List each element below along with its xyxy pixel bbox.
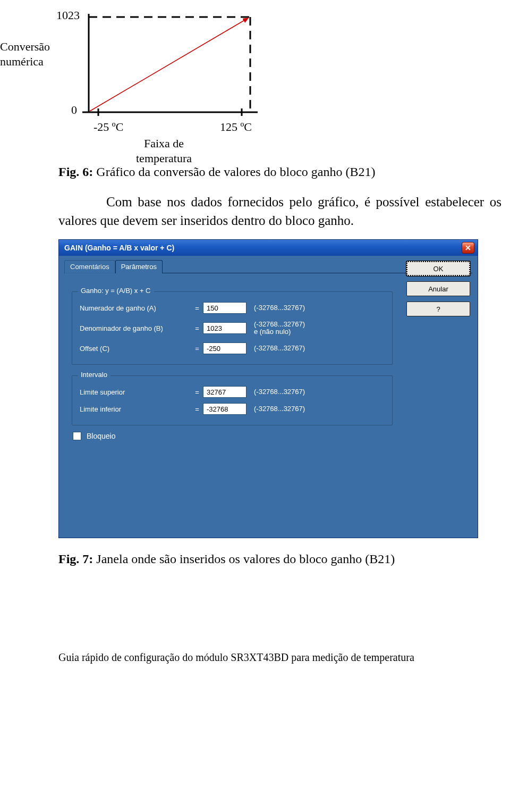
input-denominador[interactable]	[203, 322, 246, 334]
close-button[interactable]: ✕	[462, 242, 474, 254]
figure-7-caption: Fig. 7: Janela onde são inseridos os val…	[58, 552, 510, 566]
input-limite-inferior[interactable]	[203, 403, 246, 415]
group-ganho-legend: Ganho: y = (A/B) x + C	[78, 287, 154, 295]
input-numerador[interactable]	[203, 302, 246, 314]
close-icon: ✕	[465, 244, 471, 252]
svg-line-6	[90, 18, 248, 111]
help-button[interactable]: ?	[406, 302, 470, 316]
row-limite-superior: Limite superior = (-32768...32767)	[80, 383, 385, 400]
hint-limite-inferior: (-32768...32767)	[254, 405, 305, 413]
chart-x-max: 125 ºC	[220, 120, 252, 134]
label-bloqueio: Bloqueio	[87, 432, 116, 440]
row-offset: Offset (C) = (-32768...32767)	[80, 340, 385, 357]
hint-limite-superior: (-32768...32767)	[254, 388, 305, 396]
label-offset: Offset (C)	[80, 345, 191, 353]
tab-comentarios[interactable]: Comentários	[64, 260, 115, 273]
body-paragraph: Com base nos dados fornecidos pelo gráfi…	[0, 193, 510, 230]
figure-6-text: Gráfico da conversão de valores do bloco…	[93, 165, 375, 179]
cancel-button[interactable]: Anular	[406, 281, 470, 296]
figure-6-prefix: Fig. 6:	[58, 165, 93, 179]
dialog-titlebar: GAIN (Ganho = A/B x valor + C) ✕	[59, 240, 478, 256]
paragraph-text: Com base nos dados fornecidos pelo gráfi…	[58, 195, 502, 228]
ok-button[interactable]: OK	[406, 261, 470, 276]
group-intervalo: Intervalo Limite superior = (-32768...32…	[72, 375, 393, 425]
row-denominador: Denominador de ganho (B) = (-32768...327…	[80, 316, 385, 340]
input-offset[interactable]	[203, 342, 246, 354]
group-intervalo-legend: Intervalo	[78, 371, 110, 379]
tab-parametros[interactable]: Parâmetros	[115, 260, 163, 273]
y-axis-line1: Conversão	[0, 40, 50, 53]
chart-y-axis-label: Conversão numérica	[0, 39, 50, 69]
page-footer: Guia rápido de configuração do módulo SR…	[0, 651, 510, 675]
eq-sign: =	[191, 345, 203, 353]
chart-y-max: 1023	[56, 9, 80, 22]
hint-denominador: (-32768...32767) e (não nulo)	[254, 321, 305, 336]
group-ganho: Ganho: y = (A/B) x + C Numerador de ganh…	[72, 291, 393, 365]
chart-x-axis-label: Faixa de temperatura	[136, 136, 192, 165]
chart-x-min: -25 ºC	[94, 120, 123, 134]
figure-7-text: Janela onde são inseridos os valores do …	[93, 552, 395, 566]
checkbox-bloqueio[interactable]	[73, 432, 81, 440]
label-denominador: Denominador de ganho (B)	[80, 324, 191, 332]
chart-plot	[82, 14, 263, 123]
label-limite-inferior: Limite inferior	[80, 405, 191, 413]
row-limite-inferior: Limite inferior = (-32768...32767)	[80, 400, 385, 417]
figure-6-caption: Fig. 6: Gráfico da conversão de valores …	[58, 165, 510, 179]
x-axis-line1: Faixa de	[144, 137, 184, 150]
figure-7-prefix: Fig. 7:	[58, 552, 93, 566]
chart-y-min: 0	[71, 103, 77, 117]
input-limite-superior[interactable]	[203, 386, 246, 398]
eq-sign: =	[191, 304, 203, 312]
eq-sign: =	[191, 405, 203, 413]
label-limite-superior: Limite superior	[80, 388, 191, 396]
hint-numerador: (-32768...32767)	[254, 304, 305, 312]
gain-dialog: GAIN (Ganho = A/B x valor + C) ✕ Comentá…	[58, 239, 478, 538]
row-numerador: Numerador de ganho (A) = (-32768...32767…	[80, 299, 385, 316]
label-numerador: Numerador de ganho (A)	[80, 304, 191, 312]
y-axis-line2: numérica	[0, 55, 44, 68]
x-axis-line2: temperatura	[136, 152, 192, 165]
hint-offset: (-32768...32767)	[254, 345, 305, 352]
chart-container: 1023 Conversão numérica	[0, 0, 510, 165]
eq-sign: =	[191, 324, 203, 332]
dialog-title: GAIN (Ganho = A/B x valor + C)	[64, 244, 174, 252]
eq-sign: =	[191, 388, 203, 396]
row-bloqueio: Bloqueio	[73, 432, 472, 440]
